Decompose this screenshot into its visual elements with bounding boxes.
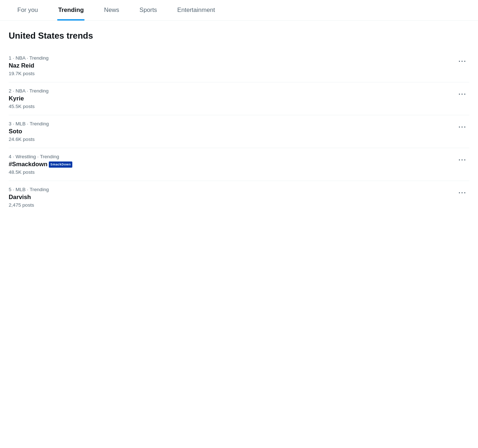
trend-posts-3: 24.6K posts xyxy=(9,137,456,142)
trend-meta-4: 4 · Wrestling · Trending xyxy=(9,154,456,159)
trend-item[interactable]: 1 · NBA · TrendingNaz Reid19.7K posts··· xyxy=(9,49,469,82)
tab-sports[interactable]: Sports xyxy=(129,0,167,20)
tab-entertainment[interactable]: Entertainment xyxy=(167,0,225,20)
tab-for-you[interactable]: For you xyxy=(7,0,48,20)
trend-name-3: Soto xyxy=(9,128,456,135)
trend-name-2: Kyrie xyxy=(9,95,456,102)
content: United States trends 1 · NBA · TrendingN… xyxy=(0,21,478,221)
trend-left-4: 4 · Wrestling · Trending#SmackdownSmackD… xyxy=(9,154,456,175)
trend-item[interactable]: 5 · MLB · TrendingDarvish2,475 posts··· xyxy=(9,181,469,214)
trend-meta-1: 1 · NBA · Trending xyxy=(9,55,456,61)
trend-left-2: 2 · NBA · TrendingKyrie45.5K posts xyxy=(9,88,456,109)
trend-left-1: 1 · NBA · TrendingNaz Reid19.7K posts xyxy=(9,55,456,76)
trend-posts-1: 19.7K posts xyxy=(9,71,456,76)
tabs-container: For youTrendingNewsSportsEntertainment xyxy=(0,0,478,21)
trend-meta-3: 3 · MLB · Trending xyxy=(9,121,456,126)
trend-posts-4: 48.5K posts xyxy=(9,169,456,175)
trend-meta-5: 5 · MLB · Trending xyxy=(9,187,456,192)
trend-more-button-4[interactable]: ··· xyxy=(456,155,469,165)
trend-more-button-2[interactable]: ··· xyxy=(456,89,469,100)
trend-more-button-5[interactable]: ··· xyxy=(456,188,469,198)
trend-item[interactable]: 4 · Wrestling · Trending#SmackdownSmackD… xyxy=(9,148,469,181)
trend-name-5: Darvish xyxy=(9,194,456,201)
trend-more-button-1[interactable]: ··· xyxy=(456,56,469,67)
trend-item[interactable]: 2 · NBA · TrendingKyrie45.5K posts··· xyxy=(9,82,469,115)
trend-posts-2: 45.5K posts xyxy=(9,104,456,109)
smackdown-badge: SmackDown xyxy=(49,161,72,167)
trend-left-3: 3 · MLB · TrendingSoto24.6K posts xyxy=(9,121,456,142)
trend-name-1: Naz Reid xyxy=(9,62,456,69)
trend-posts-5: 2,475 posts xyxy=(9,202,456,208)
trend-left-5: 5 · MLB · TrendingDarvish2,475 posts xyxy=(9,187,456,208)
trends-list: 1 · NBA · TrendingNaz Reid19.7K posts···… xyxy=(9,49,469,214)
tab-trending[interactable]: Trending xyxy=(48,0,94,20)
tab-news[interactable]: News xyxy=(94,0,129,20)
trend-name-4: #SmackdownSmackDown xyxy=(9,161,456,168)
trend-meta-2: 2 · NBA · Trending xyxy=(9,88,456,94)
trend-item[interactable]: 3 · MLB · TrendingSoto24.6K posts··· xyxy=(9,115,469,148)
section-title: United States trends xyxy=(9,31,469,41)
trend-more-button-3[interactable]: ··· xyxy=(456,122,469,133)
